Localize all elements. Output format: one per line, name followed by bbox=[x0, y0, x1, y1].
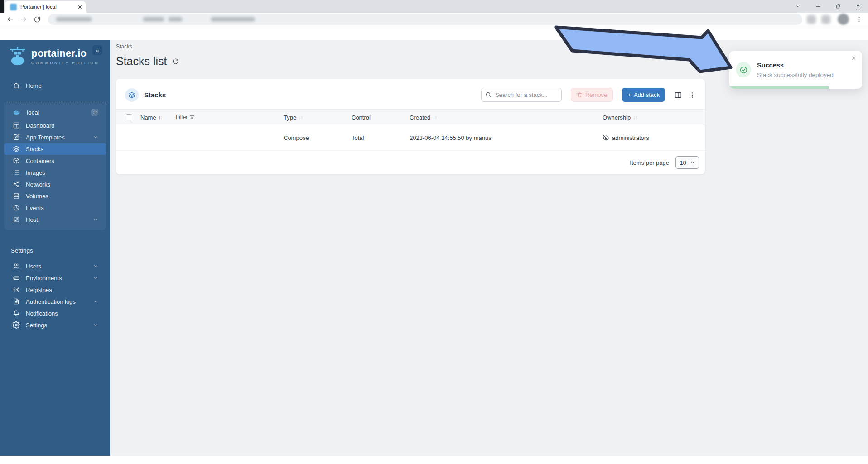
column-label: Created bbox=[410, 114, 430, 121]
trash-icon bbox=[577, 92, 583, 98]
sidebar-item-settings[interactable]: Settings bbox=[0, 319, 110, 331]
logo-title: portainer.io bbox=[31, 48, 99, 59]
home-icon bbox=[13, 82, 20, 89]
window-restore-icon[interactable] bbox=[828, 0, 848, 13]
window-close-icon[interactable] bbox=[848, 0, 868, 13]
sort-icons: ↓↑ bbox=[433, 115, 437, 120]
sort-icons: ↓↑ bbox=[633, 115, 637, 120]
stack-ownership-cell: administrators bbox=[603, 134, 700, 141]
sidebar-item-label: Events bbox=[26, 205, 44, 211]
column-header-created[interactable]: Created ↓↑ bbox=[410, 114, 603, 121]
sidebar-item-label: Dashboard bbox=[26, 122, 55, 129]
stack-type-cell: Compose bbox=[284, 134, 352, 141]
window-minimize-icon[interactable] bbox=[808, 0, 828, 13]
toast-text: Success Stack successfully deployed bbox=[757, 62, 834, 78]
sidebar-item-notifications[interactable]: Notifications bbox=[0, 307, 110, 319]
docker-whale-icon bbox=[13, 108, 21, 116]
sidebar-item-host[interactable]: Host bbox=[4, 214, 106, 225]
breadcrumb: Stacks bbox=[116, 43, 868, 50]
filter-button[interactable]: Filter bbox=[176, 114, 195, 120]
gear-icon bbox=[13, 321, 20, 329]
sidebar-item-networks[interactable]: Networks bbox=[4, 178, 106, 190]
add-stack-button-label: Add stack bbox=[634, 91, 660, 98]
columns-toggle-icon[interactable] bbox=[674, 91, 682, 99]
eye-off-icon bbox=[603, 134, 609, 141]
sidebar-item-label: Registries bbox=[26, 287, 52, 293]
sidebar-item-users[interactable]: Users bbox=[0, 260, 110, 272]
forward-icon[interactable] bbox=[17, 13, 30, 26]
extension-icon[interactable] bbox=[821, 15, 830, 24]
sort-asc-icon: ↑ bbox=[160, 115, 163, 120]
select-all-checkbox[interactable] bbox=[126, 114, 132, 120]
browser-tab[interactable]: Portainer | local bbox=[5, 1, 86, 13]
items-per-page-select[interactable]: 10 bbox=[675, 156, 699, 169]
sidebar-item-app-templates[interactable]: App Templates bbox=[4, 131, 106, 143]
items-per-page-label: Items per page bbox=[630, 159, 669, 166]
table-kebab-menu-icon[interactable] bbox=[689, 91, 696, 99]
column-label: Type bbox=[284, 114, 296, 121]
chevron-down-icon bbox=[93, 322, 98, 328]
sidebar-item-volumes[interactable]: Volumes bbox=[4, 190, 106, 202]
widget-title: Stacks bbox=[125, 88, 166, 102]
toast-progress bbox=[729, 86, 829, 89]
file-text-icon bbox=[13, 298, 20, 305]
funnel-icon bbox=[189, 115, 195, 120]
sidebar-item-containers[interactable]: Containers bbox=[4, 155, 106, 167]
bell-icon bbox=[13, 310, 20, 317]
chevron-down-icon bbox=[93, 263, 98, 269]
sidebar-collapse-button[interactable]: « bbox=[92, 45, 102, 55]
stack-control-cell: Total bbox=[352, 134, 410, 141]
screen: Portainer | local bbox=[0, 0, 868, 464]
radio-icon bbox=[13, 286, 20, 293]
sort-asc-icon: ↑ bbox=[635, 115, 637, 120]
chevron-down-icon bbox=[93, 217, 98, 222]
sidebar-item-home[interactable]: Home bbox=[0, 79, 110, 92]
sidebar-environment-local[interactable]: local bbox=[4, 105, 106, 120]
box-icon bbox=[13, 157, 20, 164]
sidebar-item-label: Host bbox=[26, 216, 38, 223]
browser-profile-avatar[interactable] bbox=[838, 14, 849, 25]
sidebar-item-images[interactable]: Images bbox=[4, 167, 106, 178]
search-icon bbox=[485, 91, 492, 100]
app: « portainer.io COMMUNITY EDIT bbox=[0, 40, 868, 456]
browser-kebab-menu-icon[interactable] bbox=[854, 13, 864, 26]
sidebar-item-registries[interactable]: Registries bbox=[0, 284, 110, 296]
browser-menu-chevron-icon[interactable] bbox=[788, 0, 808, 13]
page-size-value: 10 bbox=[680, 159, 686, 166]
sidebar-settings-header: Settings bbox=[11, 247, 110, 254]
url-redacted-text bbox=[169, 17, 182, 21]
filter-label: Filter bbox=[176, 114, 188, 120]
sidebar-item-label: Notifications bbox=[26, 310, 58, 317]
pen-square-icon bbox=[13, 134, 20, 141]
sort-asc-icon: ↑ bbox=[301, 115, 303, 120]
sidebar: « portainer.io COMMUNITY EDIT bbox=[0, 40, 110, 456]
sidebar-item-events[interactable]: Events bbox=[4, 202, 106, 214]
toast-close-icon[interactable] bbox=[851, 55, 857, 61]
column-header-control[interactable]: Control bbox=[352, 114, 410, 121]
column-label: Ownership bbox=[603, 114, 631, 121]
reload-icon[interactable] bbox=[31, 13, 43, 26]
environment-close-icon[interactable] bbox=[91, 109, 98, 116]
sidebar-item-dashboard[interactable]: Dashboard bbox=[4, 120, 106, 131]
url-bar[interactable] bbox=[48, 14, 802, 25]
add-stack-button[interactable]: + Add stack bbox=[622, 88, 665, 102]
tab-close-icon[interactable] bbox=[77, 5, 82, 10]
column-header-ownership[interactable]: Ownership ↓↑ bbox=[603, 114, 700, 121]
extension-icon[interactable] bbox=[807, 15, 816, 24]
remove-button[interactable]: Remove bbox=[571, 88, 613, 102]
tab-title: Portainer | local bbox=[20, 4, 74, 10]
column-header-type[interactable]: Type ↓↑ bbox=[284, 114, 352, 121]
table-footer: Items per page 10 bbox=[116, 151, 705, 174]
back-icon[interactable] bbox=[4, 13, 16, 26]
sidebar-item-environments[interactable]: Environments bbox=[0, 272, 110, 284]
toast-title: Success bbox=[757, 62, 834, 69]
table-controls: Remove + Add stack bbox=[481, 88, 696, 102]
sidebar-item-label: App Templates bbox=[26, 134, 65, 141]
page: « portainer.io COMMUNITY EDIT bbox=[0, 40, 868, 464]
refresh-icon[interactable] bbox=[172, 58, 179, 65]
sidebar-item-authentication-logs[interactable]: Authentication logs bbox=[0, 296, 110, 307]
environment-name: local bbox=[27, 109, 39, 116]
sidebar-item-stacks[interactable]: Stacks bbox=[4, 143, 106, 155]
column-header-name[interactable]: Name ↓↑ Filter bbox=[140, 114, 284, 121]
search-input[interactable] bbox=[481, 88, 562, 102]
